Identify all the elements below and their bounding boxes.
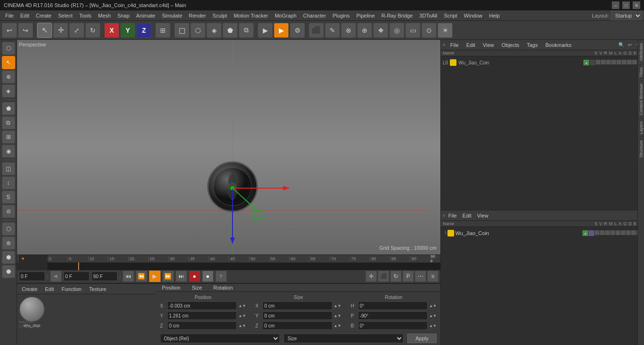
render-view-button[interactable]: ▶: [274, 23, 289, 38]
right-top-tags[interactable]: Tags: [524, 41, 541, 49]
goto-end-btn[interactable]: ⏭: [176, 271, 187, 282]
menu-animate[interactable]: Animate: [133, 12, 159, 19]
point-mode-button[interactable]: ⬡: [190, 23, 206, 38]
icon-tag-7[interactable]: [632, 60, 637, 64]
prop-sy-arrow[interactable]: ▲▼: [334, 314, 341, 318]
material-menu-edit[interactable]: Edit: [42, 285, 57, 293]
timeline-icon-1[interactable]: ✛: [366, 271, 377, 282]
obj-icon-6[interactable]: [610, 230, 615, 235]
frame-start-btn[interactable]: ⊲: [50, 271, 62, 282]
sidebar-btn-6[interactable]: ⧉: [2, 116, 15, 129]
menu-vray[interactable]: R-Ray Bridge: [378, 12, 416, 19]
prop-tab-position[interactable]: Position: [160, 284, 182, 291]
material-swatch-1[interactable]: [19, 296, 45, 322]
wu-jiao-coin-tree-label[interactable]: Wu_Jiao_Coin: [458, 60, 489, 65]
prop-sz-arrow[interactable]: ▲▼: [334, 324, 341, 328]
menu-window[interactable]: Window: [461, 12, 486, 19]
close-button[interactable]: ✕: [633, 1, 640, 9]
redo-button[interactable]: ↪: [18, 23, 33, 38]
sidebar-btn-16[interactable]: ⬣: [2, 265, 15, 278]
apply-button[interactable]: Apply: [407, 334, 437, 343]
icon-tag-5[interactable]: [622, 60, 626, 64]
prop-h-arrow[interactable]: ▲▼: [429, 304, 437, 308]
prop-x-field[interactable]: [167, 301, 237, 310]
deformer-button[interactable]: ⊕: [357, 23, 372, 38]
menu-plugins[interactable]: Plugins: [329, 12, 353, 19]
right-top-objects[interactable]: Objects: [499, 41, 522, 49]
menu-script[interactable]: Script: [440, 12, 460, 19]
x-axis-button[interactable]: X: [104, 23, 119, 38]
step-back-btn[interactable]: ⏪: [136, 271, 147, 282]
icon-s[interactable]: ●: [583, 60, 589, 65]
menu-mesh[interactable]: Mesh: [95, 12, 114, 19]
render-settings-button[interactable]: ⚙: [290, 23, 305, 38]
timeline-icon-4[interactable]: P: [402, 271, 414, 282]
sidebar-btn-3[interactable]: ⊕: [2, 70, 15, 83]
timeline-icon-6[interactable]: ≡: [427, 271, 438, 282]
menu-simulate[interactable]: Simulate: [159, 12, 186, 19]
prop-z-arrow[interactable]: ▲▼: [238, 324, 246, 328]
vtab-attributes[interactable]: Attributes: [638, 40, 644, 64]
space-dropdown[interactable]: Size: [284, 334, 403, 343]
prop-y-arrow[interactable]: ▲▼: [238, 314, 246, 318]
minimize-button[interactable]: –: [612, 1, 619, 9]
key-info-btn[interactable]: ?: [215, 271, 227, 282]
z-axis-button[interactable]: Z: [136, 23, 152, 38]
window-controls[interactable]: – □ ✕: [612, 1, 640, 9]
vtab-tikes[interactable]: Tikes: [638, 64, 644, 80]
obj-icon-2[interactable]: [589, 230, 594, 236]
prop-sx-arrow[interactable]: ▲▼: [334, 304, 341, 308]
obj-name-wu-jiao[interactable]: Wu_Jiao_Coin: [455, 230, 489, 236]
render-region-button[interactable]: ▶: [258, 23, 273, 38]
undo-button[interactable]: ↩: [2, 23, 17, 38]
timeline-icon-3[interactable]: ↻: [390, 271, 402, 282]
obj-icon-5[interactable]: [605, 230, 610, 235]
right-bottom-file[interactable]: File: [446, 212, 460, 219]
sidebar-btn-9[interactable]: ◫: [2, 162, 15, 175]
menu-help[interactable]: Help: [486, 12, 503, 19]
menu-motion-tracker[interactable]: Motion Tracker: [230, 12, 271, 19]
sidebar-btn-4[interactable]: ◈: [2, 84, 15, 98]
polygon-mode-button[interactable]: ⬟: [223, 23, 238, 38]
world-coord-button[interactable]: ⊞: [155, 23, 170, 38]
obj-icon-4[interactable]: [600, 230, 605, 235]
icon-v[interactable]: [590, 60, 595, 65]
model-mode-button[interactable]: ◻: [174, 23, 189, 38]
menu-sculpt[interactable]: Sculpt: [209, 12, 231, 19]
menu-snap[interactable]: Snap: [114, 12, 133, 19]
coord-system-dropdown[interactable]: Object (Rel): [160, 334, 280, 343]
y-axis-button[interactable]: Y: [120, 23, 135, 38]
menu-create[interactable]: Create: [33, 12, 55, 19]
sidebar-btn-15[interactable]: ⬢: [2, 251, 15, 264]
prop-tab-rotation[interactable]: Rotation: [212, 284, 235, 291]
menu-edit[interactable]: Edit: [17, 12, 33, 19]
cube-button[interactable]: ⬛: [309, 23, 324, 38]
icon-tag-3[interactable]: [611, 60, 616, 64]
vtab-layers[interactable]: Layers: [638, 118, 644, 137]
sidebar-btn-12[interactable]: ⊘: [2, 205, 15, 218]
sidebar-btn-13[interactable]: ⬡: [2, 222, 15, 236]
sidebar-btn-1[interactable]: ⬡: [2, 42, 15, 55]
record-btn[interactable]: ●: [189, 271, 200, 282]
icon-tag-4[interactable]: [617, 60, 621, 64]
timeline-track[interactable]: [17, 263, 440, 270]
sidebar-btn-5[interactable]: ⬟: [2, 102, 15, 115]
move-tool-button[interactable]: ✛: [53, 23, 68, 38]
obj-icon-9[interactable]: [626, 230, 631, 235]
viewport[interactable]: ☰ View Cameras Display Options Filter Pa…: [17, 40, 440, 254]
icon-tag-1[interactable]: [601, 60, 606, 64]
vtab-structure[interactable]: Structure: [638, 137, 644, 161]
menu-select[interactable]: Select: [55, 12, 76, 19]
prop-p-field[interactable]: [358, 311, 428, 320]
floor-button[interactable]: ▭: [405, 23, 420, 38]
right-top-view[interactable]: View: [480, 41, 497, 49]
obj-icon-10[interactable]: [631, 230, 636, 235]
prop-b-field[interactable]: [358, 321, 428, 330]
nurbs-button[interactable]: ⊗: [341, 23, 356, 38]
prop-sz-field[interactable]: [262, 321, 332, 330]
scale-tool-button[interactable]: ⤢: [69, 23, 84, 38]
uv-mode-button[interactable]: ⧉: [239, 23, 254, 38]
material-menu-function[interactable]: Function: [59, 285, 84, 293]
start-frame-field[interactable]: [63, 272, 89, 281]
timeline-icon-2[interactable]: ⬛: [378, 271, 389, 282]
